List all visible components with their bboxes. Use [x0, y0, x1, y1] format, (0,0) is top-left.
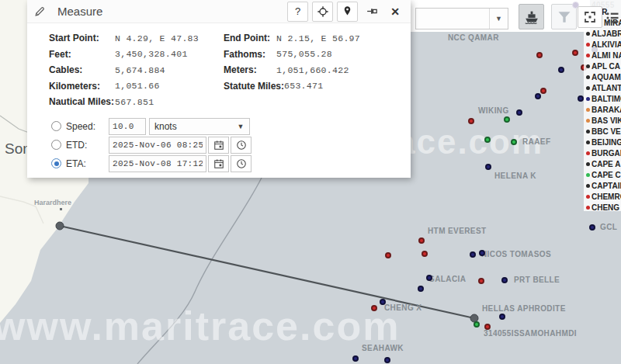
measure-field-label: Statute Miles:: [224, 81, 284, 92]
vessel-marker-navy[interactable]: [589, 224, 595, 231]
vessel-marker-navy[interactable]: [578, 95, 584, 102]
measure-field-row: Kilometers:1,051.66: [49, 78, 224, 95]
speed-label: Speed:: [66, 121, 109, 132]
vessel-list-item[interactable]: CAPTAIN: [584, 180, 621, 191]
vessel-marker-navy[interactable]: [499, 314, 505, 320]
vessel-marker-green[interactable]: [474, 321, 480, 328]
vessel-marker-navy[interactable]: [479, 250, 485, 256]
etd-row: ETD:: [51, 137, 411, 154]
vessel-marker-green[interactable]: [484, 137, 491, 143]
vessel-marker-navy[interactable]: [418, 286, 424, 292]
eta-input[interactable]: [109, 155, 206, 172]
vessel-marker-navy[interactable]: [352, 355, 359, 362]
eta-time-button[interactable]: [231, 155, 252, 172]
vessel-list-item[interactable]: ALJABR: [584, 28, 621, 39]
pin-window-button[interactable]: [363, 2, 381, 22]
center-map-button[interactable]: [312, 2, 333, 22]
measure-field-row: Statute Miles:653.471: [224, 78, 360, 95]
vessel-name: ATLANT: [592, 84, 621, 92]
vessel-marker-navy[interactable]: [516, 109, 522, 116]
vessel-marker-navy[interactable]: [535, 93, 541, 99]
area-select-icon: [583, 10, 597, 24]
vessel-marker-navy[interactable]: [380, 299, 386, 305]
layer-select-dropdown[interactable]: ▼: [415, 8, 508, 29]
vessel-bullet: [586, 97, 590, 101]
vessel-list-item[interactable]: CAPE C: [584, 169, 621, 180]
close-button[interactable]: ✕: [386, 2, 404, 22]
vessel-map-label: SEAHAWK: [362, 344, 404, 352]
vessel-map-label: CHENG X: [384, 303, 422, 312]
vessel-list-item[interactable]: BURGAN: [584, 147, 621, 158]
vessel-list-item[interactable]: BEIJING: [584, 137, 621, 147]
speed-eta-group: Speed: knots ▼ ETD:: [51, 118, 411, 172]
calendar-icon: [213, 158, 224, 169]
measure-field-row: End Point:N 2.15, E 56.97: [224, 30, 360, 47]
speed-radio[interactable]: [51, 121, 61, 131]
town-dot: [60, 208, 62, 210]
vessel-list-item[interactable]: AQUAM: [584, 71, 621, 82]
measure-field-value: 3,450,328.401: [115, 49, 188, 59]
measure-field-value: 1,051,660.422: [276, 65, 349, 75]
calendar-icon: [213, 140, 224, 151]
etd-input[interactable]: [109, 137, 206, 154]
etd-calendar-button[interactable]: [208, 137, 229, 154]
vessel-marker-navy[interactable]: [426, 275, 432, 281]
vessel-marker-navy[interactable]: [470, 251, 476, 258]
etd-label: ETD:: [66, 140, 109, 151]
vessel-name: CAPE C: [592, 171, 621, 179]
vessel-list-item[interactable]: CAPE A: [584, 158, 621, 169]
vessel-list-item[interactable]: APL CA: [584, 61, 621, 71]
vessel-list-item[interactable]: ALMI NA: [584, 50, 621, 61]
vessel-name: ALJABR: [592, 29, 621, 38]
measure-field-label: Cables:: [49, 64, 115, 75]
vessel-list-item[interactable]: CHENG: [584, 202, 621, 211]
vessel-list-item[interactable]: BBC VE: [584, 126, 621, 137]
eta-calendar-button[interactable]: [208, 155, 229, 172]
vessel-marker-navy[interactable]: [501, 277, 508, 283]
vessel-marker-green[interactable]: [504, 116, 510, 123]
eta-radio[interactable]: [51, 158, 61, 168]
area-select-button[interactable]: [578, 6, 602, 28]
vessel-name: ALMI NA: [592, 51, 621, 60]
vessel-list-item[interactable]: BARAKA: [584, 104, 621, 115]
speed-input[interactable]: [109, 118, 146, 135]
drop-pin-button[interactable]: [337, 2, 358, 22]
measure-field-row: Start Point:N 4.29, E 47.83: [49, 30, 224, 47]
vessel-list-item[interactable]: BALTIMO: [584, 93, 621, 104]
vessel-marker-red[interactable]: [385, 252, 391, 258]
vessel-name: BURGAN: [592, 149, 621, 158]
vessel-marker-red[interactable]: [371, 305, 377, 311]
vessel-marker-red[interactable]: [478, 278, 484, 284]
vessel-marker-navy[interactable]: [485, 164, 491, 170]
measure-field-value: 653.471: [284, 81, 323, 91]
vessel-list-item[interactable]: ATLANT: [584, 82, 621, 93]
measure-dialog-header[interactable]: Measure ? ✕: [27, 0, 411, 23]
vessel-marker-red[interactable]: [418, 237, 425, 244]
vessel-map-label: HTM EVEREST: [428, 227, 487, 235]
speed-units-select[interactable]: knots ▼: [149, 118, 250, 135]
vessel-marker-red[interactable]: [536, 52, 543, 58]
vessel-marker-red[interactable]: [468, 118, 474, 124]
vessel-marker-red[interactable]: [572, 50, 578, 56]
measure-field-row: Fathoms:575,055.28: [224, 47, 360, 63]
vessel-marker-red[interactable]: [540, 88, 546, 94]
legend-button[interactable]: [605, 8, 620, 28]
vessel-marker-navy[interactable]: [558, 67, 564, 73]
chevron-down-icon: ▼: [489, 9, 508, 29]
vessel-name: CHENG: [592, 203, 619, 212]
etd-radio[interactable]: [51, 140, 61, 150]
measure-field-row: Meters:1,051,660.422: [224, 62, 360, 78]
vessel-list-item[interactable]: ALKIVIA: [584, 39, 621, 50]
etd-time-button[interactable]: [231, 137, 252, 154]
vessel-marker-red[interactable]: [422, 251, 428, 257]
measure-field-value: 1,051.66: [115, 81, 160, 91]
help-button[interactable]: ?: [287, 2, 308, 22]
vessel-list-item[interactable]: BAS VIK: [584, 115, 621, 126]
vessel-marker-navy[interactable]: [384, 357, 390, 363]
measure-field-label: Fathoms:: [224, 49, 276, 60]
filter-button[interactable]: [551, 4, 577, 29]
vessel-list-item[interactable]: CHEMRO: [584, 191, 621, 202]
vessels-button[interactable]: [519, 4, 544, 29]
vessel-marker-red[interactable]: [484, 324, 491, 330]
vessel-marker-green[interactable]: [511, 139, 517, 145]
